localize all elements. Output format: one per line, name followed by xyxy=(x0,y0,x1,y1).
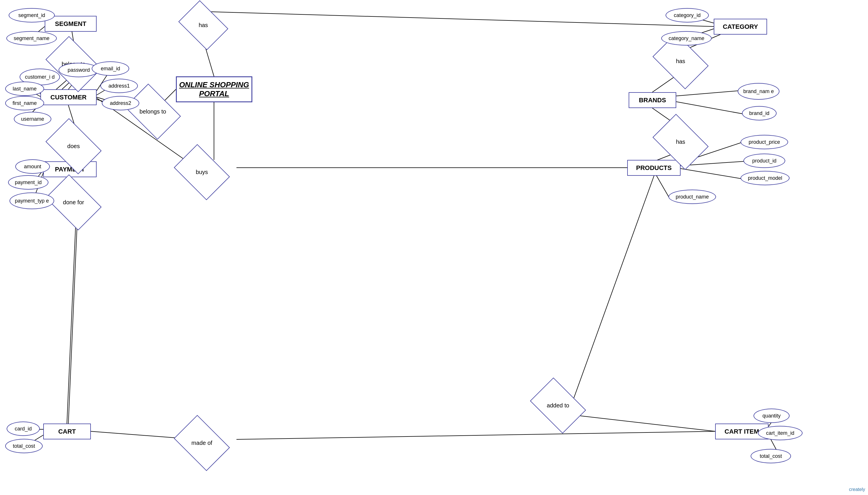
quantity-oval: quantity xyxy=(754,409,789,423)
cart-item-id-oval: cart_item_id xyxy=(758,426,803,440)
svg-line-24 xyxy=(68,207,78,424)
done-for-diamond: done for xyxy=(50,186,97,219)
brand-id-oval: brand_id xyxy=(742,106,776,120)
svg-line-41 xyxy=(681,169,741,178)
has-brands-diamond: has xyxy=(657,45,704,78)
segment-name-oval: segment_name xyxy=(6,31,57,46)
cart-entity: CART xyxy=(43,424,91,439)
product-model-oval: product_model xyxy=(740,171,789,185)
last-name-oval: last_name xyxy=(5,82,44,96)
address2-oval: address2 xyxy=(102,96,139,110)
svg-line-44 xyxy=(572,415,715,431)
added-to-diamond: added to xyxy=(535,389,581,422)
product-name-oval: product_name xyxy=(669,190,716,204)
username-oval: username xyxy=(14,112,51,126)
has-top-diamond: has xyxy=(183,10,224,40)
online-shopping-portal-entity: ONLINE SHOPPING PORTAL xyxy=(176,76,252,102)
svg-line-28 xyxy=(236,431,715,439)
brand-name-oval: brand_nam e xyxy=(738,83,780,100)
first-name-oval: first_name xyxy=(5,96,44,110)
products-entity: PRODUCTS xyxy=(627,160,681,176)
svg-line-35 xyxy=(676,91,738,96)
brands-entity: BRANDS xyxy=(629,92,676,108)
does-diamond: does xyxy=(50,130,97,163)
product-price-oval: product_price xyxy=(740,135,788,149)
payment-type-oval: payment_typ e xyxy=(10,192,54,209)
amount-oval: amount xyxy=(15,159,50,174)
customer-entity: CUSTOMER xyxy=(40,89,97,105)
email-id-oval: email_id xyxy=(92,62,129,76)
card-id-oval: card_id xyxy=(6,422,40,436)
made-of-diamond: made of xyxy=(179,426,225,460)
payment-id-oval: payment_id xyxy=(8,175,48,190)
buys-diamond: buys xyxy=(179,156,225,189)
watermark: creately xyxy=(849,487,865,492)
connection-lines xyxy=(0,0,868,495)
total-cost-cart-oval: total_cost xyxy=(751,449,791,463)
address1-oval: address1 xyxy=(100,79,138,93)
total-cost-oval: total_cost xyxy=(5,439,43,453)
category-id-oval: category_id xyxy=(666,8,709,22)
canvas: SEGMENT CUSTOMER PAYMENT CART ONLINE SHO… xyxy=(0,0,868,495)
has-products-diamond: has xyxy=(657,125,704,158)
product-id-oval: product_id xyxy=(743,154,785,168)
svg-line-23 xyxy=(67,207,77,424)
svg-line-5 xyxy=(203,12,714,27)
category-name-oval: category_name xyxy=(661,31,712,46)
category-entity: CATEGORY xyxy=(714,19,767,35)
segment-id-oval: segment_id xyxy=(9,8,55,22)
svg-line-43 xyxy=(572,176,654,402)
svg-line-36 xyxy=(676,102,742,114)
